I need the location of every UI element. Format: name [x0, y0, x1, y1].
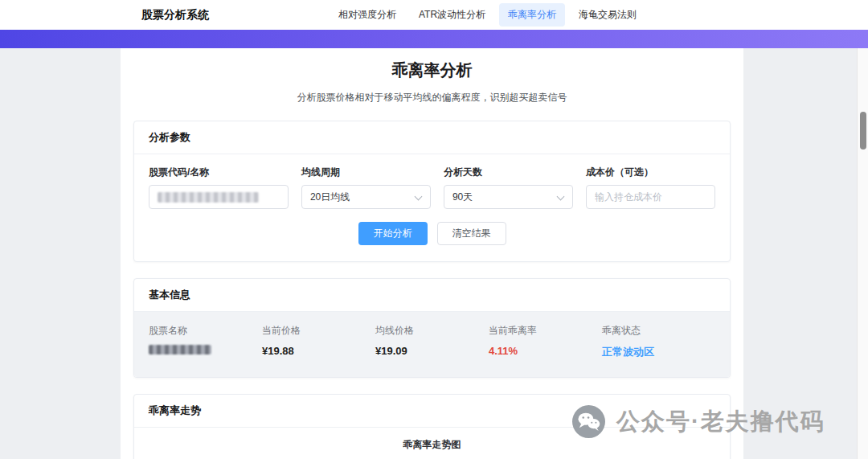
top-navbar: 股票分析系统 相对强度分析 ATR波动性分析 乖离率分析 海龟交易法则 [0, 0, 868, 30]
stock-code-field-group: 股票代码/名称 [149, 166, 289, 209]
stock-code-input[interactable] [149, 185, 289, 209]
stat-current-bias: 当前乖离率 4.11% [489, 324, 602, 359]
page-background: 乖离率分析 分析股票价格相对于移动平均线的偏离程度，识别超买超卖信号 分析参数 … [0, 48, 868, 459]
ma-period-label: 均线周期 [301, 166, 431, 179]
stat-value-bias-status: 正常波动区 [602, 345, 715, 359]
basic-info-card: 基本信息 股票名称 当前价格 ¥19.88 均线价格 ¥19.09 当前乖离率 … [133, 278, 731, 378]
ma-period-selected-value: 20日均线 [310, 191, 350, 204]
stat-ma-price: 均线价格 ¥19.09 [375, 324, 489, 359]
nav-item-relative-strength[interactable]: 相对强度分析 [330, 3, 405, 27]
params-form-row: 股票代码/名称 均线周期 20日均线 分析天数 [149, 166, 715, 209]
analysis-days-field-group: 分析天数 90天 [444, 166, 573, 209]
stat-value: ¥19.09 [375, 345, 489, 357]
main-nav: 相对强度分析 ATR波动性分析 乖离率分析 海龟交易法则 [330, 0, 645, 30]
start-analysis-button[interactable]: 开始分析 [358, 222, 428, 245]
content-column: 乖离率分析 分析股票价格相对于移动平均线的偏离程度，识别超买超卖信号 分析参数 … [121, 48, 743, 459]
scrollbar-thumb[interactable] [860, 112, 866, 150]
ma-period-select[interactable]: 20日均线 [301, 185, 431, 209]
stat-label: 当前乖离率 [489, 324, 602, 338]
chevron-down-icon [557, 193, 565, 201]
analysis-params-card: 分析参数 股票代码/名称 均线周期 20日均线 [133, 121, 731, 262]
vertical-scrollbar[interactable] [857, 48, 868, 459]
stat-stock-name: 股票名称 [149, 324, 262, 359]
cost-price-label: 成本价（可选） [586, 166, 715, 179]
analysis-days-selected-value: 90天 [452, 191, 473, 204]
basic-info-card-title: 基本信息 [134, 279, 730, 312]
stat-bias-status: 乖离状态 正常波动区 [602, 324, 715, 359]
chart-title: 乖离率走势图 [149, 438, 715, 452]
ma-period-field-group: 均线周期 20日均线 [301, 166, 431, 209]
page-subtitle: 分析股票价格相对于移动平均线的偏离程度，识别超买超卖信号 [121, 91, 743, 105]
watermark: 公众号·老夫撸代码 [572, 405, 825, 438]
cost-price-field-group: 成本价（可选） [586, 166, 715, 209]
app-title: 股票分析系统 [141, 8, 209, 23]
basic-info-body: 股票名称 当前价格 ¥19.88 均线价格 ¥19.09 当前乖离率 4.11%… [134, 312, 730, 377]
form-actions: 开始分析 清空结果 [149, 222, 715, 245]
chevron-down-icon [414, 193, 422, 201]
gradient-banner [0, 30, 868, 48]
stat-label: 均线价格 [375, 324, 489, 338]
wechat-icon [572, 405, 605, 438]
redacted-stock-name-value [149, 345, 211, 354]
clear-results-button[interactable]: 清空结果 [437, 222, 506, 245]
redacted-stock-code-value [158, 192, 259, 203]
nav-item-atr-volatility[interactable]: ATR波动性分析 [410, 3, 494, 27]
page-title: 乖离率分析 [121, 59, 743, 81]
analysis-days-label: 分析天数 [444, 166, 573, 179]
params-card-title: 分析参数 [134, 121, 730, 154]
stat-value-bias-rate: 4.11% [489, 345, 602, 357]
stat-label: 乖离状态 [602, 324, 715, 338]
nav-item-turtle-rules[interactable]: 海龟交易法则 [570, 3, 645, 27]
stat-label: 股票名称 [149, 324, 262, 338]
stat-value: ¥19.88 [262, 345, 375, 357]
cost-price-input[interactable] [586, 185, 715, 209]
analysis-days-select[interactable]: 90天 [444, 185, 573, 209]
watermark-text: 公众号·老夫撸代码 [616, 406, 825, 438]
stock-code-label: 股票代码/名称 [149, 166, 289, 179]
stat-current-price: 当前价格 ¥19.88 [262, 324, 375, 359]
stat-label: 当前价格 [262, 324, 375, 338]
nav-item-bias-analysis[interactable]: 乖离率分析 [499, 3, 565, 27]
